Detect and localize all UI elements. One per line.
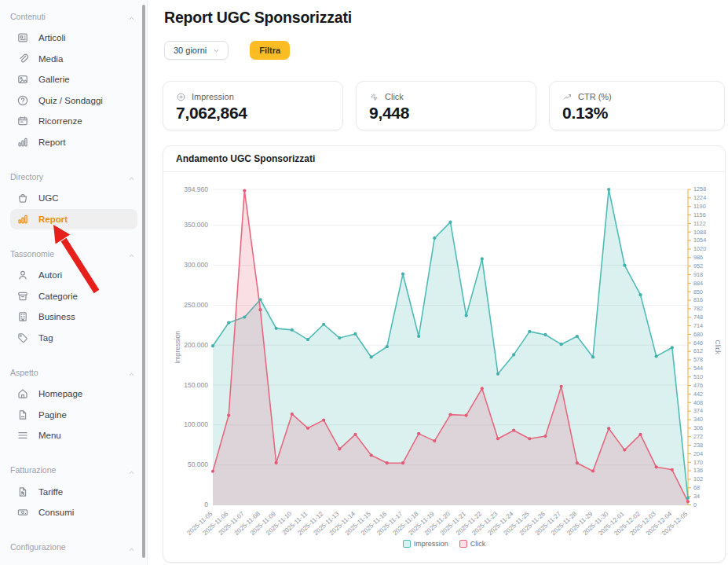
data-point-click	[386, 461, 389, 464]
data-point-impression	[322, 323, 325, 326]
data-point-click	[543, 435, 547, 438]
stat-value: 9,448	[369, 104, 523, 123]
sidebar-item-label: Autori	[38, 270, 62, 280]
chevron-down-icon	[212, 46, 221, 55]
y-right-tick-label: 442	[693, 391, 703, 398]
sidebar-item-report[interactable]: Report	[10, 132, 137, 153]
y-right-tick-label: 918	[693, 271, 703, 278]
data-point-impression	[211, 344, 214, 347]
sidebar-item-pagine[interactable]: Pagine	[10, 405, 137, 426]
sidebar-item-label: Gallerie	[38, 75, 70, 84]
data-point-click	[481, 387, 484, 390]
y-right-tick-label: 1258	[693, 185, 706, 193]
sidebar-section-contenuti: ContenutiArticoliMediaGallerieQuiz / Son…	[10, 10, 139, 152]
sidebar-section-header[interactable]: Aspetto	[10, 366, 139, 378]
sidebar-item-business[interactable]: Business	[10, 306, 137, 328]
y-right-tick-label: 1190	[693, 203, 706, 210]
data-point-impression	[338, 336, 341, 339]
y-right-tick-label: 782	[693, 305, 703, 312]
sidebar-item-label: Consumi	[38, 508, 74, 517]
y-right-tick-label: 408	[693, 399, 703, 406]
data-point-impression	[560, 343, 563, 346]
sidebar-item-menu[interactable]: Menu	[10, 425, 137, 446]
data-point-impression	[448, 221, 452, 224]
data-point-click	[623, 449, 626, 452]
y-right-tick-label: 340	[693, 416, 703, 423]
data-point-click	[671, 468, 674, 471]
y-left-tick-label: 350.000	[184, 221, 208, 229]
data-point-impression	[655, 354, 658, 358]
filter-button[interactable]: Filtra	[250, 41, 290, 60]
sidebar-item-report[interactable]: Report	[10, 209, 137, 230]
y-right-tick-label: 1020	[693, 245, 706, 252]
bag-icon	[16, 192, 29, 204]
sidebar-scrollbar[interactable]	[142, 5, 145, 558]
legend-swatch	[403, 540, 411, 548]
sidebar-item-label: Ricorrenze	[38, 116, 82, 126]
data-point-click	[576, 461, 579, 464]
data-point-impression	[496, 372, 499, 376]
sidebar-section-header[interactable]: Configurazione	[10, 541, 139, 553]
sidebar-item-autori[interactable]: Autori	[10, 265, 137, 286]
chart-card-header: Andamento UGC Sponsorizzati	[163, 146, 725, 172]
sidebar-section-header[interactable]: Fatturazione	[10, 464, 139, 476]
sidebar-item-tag[interactable]: Tag	[10, 328, 137, 349]
y-left-tick-label: 300.000	[184, 261, 208, 269]
y-right-tick-label: 1122	[693, 220, 706, 227]
period-select[interactable]: 30 giorni	[164, 41, 229, 60]
sidebar-item-feed-rss[interactable]: Feed RSS	[10, 559, 137, 565]
chevron-up-icon	[127, 172, 136, 181]
y-right-tick-label: 816	[693, 296, 703, 303]
sidebar-item-label: Menu	[38, 431, 61, 440]
data-point-impression	[638, 293, 642, 296]
sidebar-item-tariffe[interactable]: Tariffe	[10, 482, 137, 503]
y-right-tick-label: 476	[693, 382, 703, 389]
stat-label: Impression	[192, 92, 234, 101]
sidebar-section-header[interactable]: Tassonomie	[10, 248, 139, 259]
sidebar-item-ricorrenze[interactable]: Ricorrenze	[10, 111, 137, 132]
sidebar-item-quiz-sondaggi[interactable]: Quiz / Sondaggi	[10, 90, 137, 112]
y-left-tick-label: 100.000	[184, 420, 208, 428]
stat-card-header: CTR (%)	[562, 91, 712, 101]
y-left-tick-label: 200.000	[184, 341, 208, 349]
sidebar-item-media[interactable]: Media	[10, 49, 137, 70]
sidebar-section-header[interactable]: Contenuti	[10, 10, 139, 22]
data-point-click	[211, 470, 214, 473]
sidebar-item-articoli[interactable]: Articoli	[10, 28, 137, 49]
data-point-click	[417, 432, 420, 435]
stat-card-header: Impression	[176, 91, 330, 101]
y-right-tick-label: 612	[693, 347, 703, 354]
data-point-impression	[401, 273, 404, 276]
legend-label: Impression	[414, 540, 448, 548]
y-left-tick-label: 0	[204, 501, 208, 508]
stat-card-ctr: CTR (%)0.13%	[549, 81, 725, 130]
section-label: Contenuti	[10, 12, 46, 21]
filter-controls: 30 giorni Filtra	[164, 41, 290, 60]
sidebar-section-header[interactable]: Directory	[10, 171, 139, 182]
sidebar-section-aspetto: AspettoHomepagePagineMenu	[10, 366, 139, 446]
y-right-tick-label: 272	[693, 433, 703, 440]
legend-item-impression[interactable]: Impression	[403, 540, 448, 548]
section-label: Fatturazione	[10, 465, 56, 475]
sidebar-item-consumi[interactable]: Consumi	[10, 502, 137, 523]
sidebar-item-label: Tag	[38, 333, 53, 343]
sidebar-section-fatturazione: FatturazioneTariffeConsumi	[10, 464, 139, 523]
receipt-icon	[16, 486, 29, 498]
data-point-click	[686, 500, 690, 503]
data-point-impression	[671, 346, 674, 349]
sidebar-item-gallerie[interactable]: Gallerie	[10, 69, 137, 90]
y-right-tick-label: 544	[693, 365, 703, 372]
data-point-impression	[591, 355, 594, 358]
data-point-impression	[528, 330, 531, 333]
sidebar-item-ugc[interactable]: UGC	[10, 188, 137, 209]
chart-title: Andamento UGC Sponsorizzati	[176, 153, 315, 164]
legend-swatch	[459, 540, 467, 548]
data-point-impression	[481, 257, 484, 260]
sidebar-item-label: Categorie	[38, 292, 78, 301]
archive-icon	[16, 290, 29, 303]
data-point-impression	[433, 237, 436, 240]
data-point-impression	[417, 335, 420, 338]
sidebar-item-categorie[interactable]: Categorie	[10, 286, 137, 307]
sidebar-item-homepage[interactable]: Homepage	[10, 383, 137, 405]
legend-item-click[interactable]: Click	[459, 540, 486, 548]
